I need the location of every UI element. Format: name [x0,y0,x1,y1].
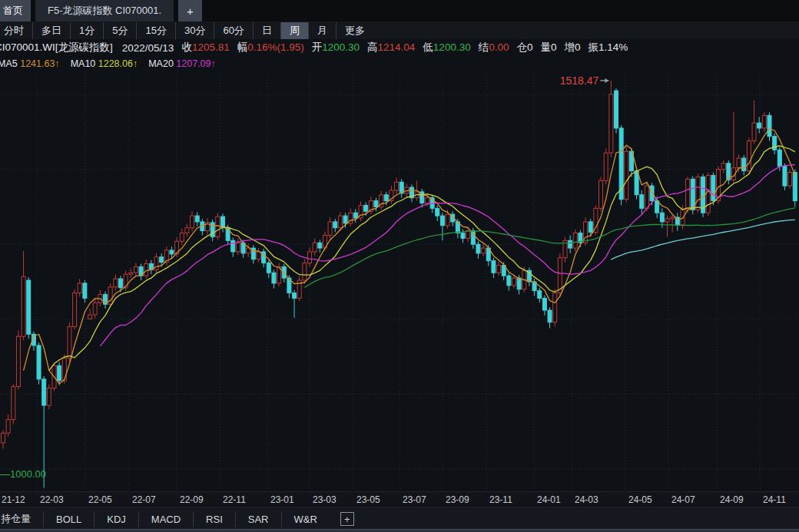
period-15分[interactable]: 15分 [136,22,174,39]
trading-app-window: 首页 F5-龙源碳指数 CI070001. + 分时多日1分5分15分30分60… [0,0,799,532]
x-axis-label: 22-07 [132,494,156,505]
x-axis-label: 23-05 [356,494,380,505]
x-axis-label: 23-03 [313,494,337,505]
period-日[interactable]: 日 [253,22,280,39]
period-多日[interactable]: 多日 [32,22,70,39]
x-axis-label: 23-07 [403,494,426,505]
tab-active-chart[interactable]: F5-龙源碳指数 CI070001. [35,0,174,21]
indicator-RSI[interactable]: RSI [193,511,235,527]
x-axis-label: 24-07 [671,494,695,505]
period-分时[interactable]: 分时 [0,22,32,39]
period-1分[interactable]: 1分 [70,22,103,39]
quote-date: 2022/05/13 [122,42,174,54]
tab-home[interactable]: 首页 [0,0,31,21]
period-30分[interactable]: 30分 [175,22,214,39]
price-axis-label: —1000.00 [0,468,46,480]
x-axis-label: 24-09 [720,494,744,505]
quote-field: 结0.00 [479,41,509,55]
x-axis-label: 22-09 [180,494,204,505]
x-axis-label: 21-12 [2,494,25,505]
period-5分[interactable]: 5分 [103,22,136,39]
quote-field: 高1214.04 [367,41,415,55]
quote-field: 增0 [564,41,580,55]
x-axis-label: 23-11 [489,494,512,505]
window-bottom-edge [0,529,799,532]
ma-readout-MA20: MA20 1207.09↑ [148,58,216,69]
quote-fields: 收1205.81幅0.16%(1.95)开1200.30高1214.04低120… [174,41,628,55]
indicator-SAR[interactable]: SAR [235,511,281,527]
quote-field: 仓0 [516,41,532,55]
high-annotation: 1518.47 [560,74,599,87]
indicator-MACD[interactable]: MACD [138,511,193,527]
candlestick-chart[interactable]: —1000.001518.47 [0,71,799,491]
x-axis-label: 23-09 [446,494,469,505]
x-axis: 21-1222-0322-0522-0722-0922-1123-0123-03… [0,491,799,508]
indicator-bar: 持仓量BOLLKDJMACDRSISARW&R+ [0,509,799,529]
ma-indicator-bar: MA5 1241.63↑MA10 1228.06↑MA20 1207.09↑ [0,56,799,71]
quote-field: 开1200.30 [312,41,360,55]
period-月[interactable]: 月 [308,22,336,39]
x-axis-label: 24-05 [628,494,652,505]
quote-field: 振1.14% [588,41,628,55]
quote-bar: CI070001.WI[龙源碳指数] 2022/05/13 收1205.81幅0… [0,39,799,56]
symbol-label: CI070001.WI[龙源碳指数] [0,41,113,55]
new-tab-button[interactable]: + [178,0,202,21]
quote-field: 低1200.30 [423,41,470,55]
quote-field: 收1205.81 [181,41,229,55]
ma-readout-MA5: MA5 1241.63↑ [0,58,60,69]
tab-bar: 首页 F5-龙源碳指数 CI070001. + [0,0,799,21]
quote-field: 幅0.16%(1.95) [237,41,304,55]
period-toolbar: 分时多日1分5分15分30分60分日周月更多 [0,21,799,39]
period-周[interactable]: 周 [280,22,308,39]
x-axis-label: 24-03 [575,494,598,505]
quote-field: 量0 [540,41,556,55]
x-axis-label: 24-01 [537,494,561,505]
chart-canvas[interactable]: —1000.001518.47 [0,71,799,491]
add-indicator-button[interactable]: + [340,512,354,526]
x-axis-label: 22-03 [40,494,64,505]
x-axis-label: 24-11 [763,494,786,505]
period-60分[interactable]: 60分 [214,22,252,39]
x-axis-label: 23-01 [270,494,294,505]
x-axis-label: 22-05 [88,494,112,505]
indicator-BOLL[interactable]: BOLL [43,511,94,527]
indicator-持仓量[interactable]: 持仓量 [0,510,43,528]
indicator-KDJ[interactable]: KDJ [94,511,138,527]
x-axis-label: 22-11 [223,494,246,505]
indicator-W&R[interactable]: W&R [281,511,330,527]
period-更多[interactable]: 更多 [336,22,373,39]
ma-readout-MA10: MA10 1228.06↑ [71,58,138,69]
